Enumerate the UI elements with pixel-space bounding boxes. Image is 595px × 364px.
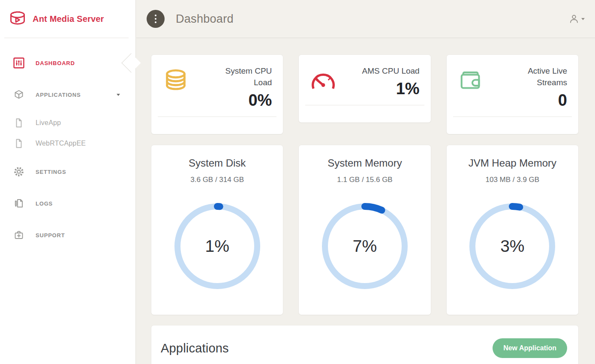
gauge-card-row: System Disk 3.6 GB / 314 GB 1% System Me… xyxy=(151,145,578,315)
new-application-button[interactable]: New Application xyxy=(493,338,567,358)
main-area: Dashboard xyxy=(136,0,595,364)
sidebar-item-dashboard[interactable]: DASHBOARD xyxy=(0,54,135,72)
sidebar-item-label: LOGS xyxy=(36,200,53,207)
user-menu-button[interactable] xyxy=(568,13,585,24)
sidebar-item-label: SUPPORT xyxy=(36,232,65,239)
box-icon xyxy=(13,89,25,101)
sidebar-item-label: APPLICATIONS xyxy=(36,92,81,98)
sidebar-item-label: DASHBOARD xyxy=(36,60,75,66)
stat-value: 1% xyxy=(362,78,420,99)
support-icon xyxy=(13,229,25,241)
file-icon xyxy=(13,117,25,129)
logs-icon xyxy=(13,197,25,209)
gauge-title: System Memory xyxy=(299,157,430,169)
sidebar-item-label: SETTINGS xyxy=(36,169,66,175)
gauge-card-system-memory: System Memory 1.1 GB / 15.6 GB 7% xyxy=(299,145,430,315)
database-icon xyxy=(162,68,189,94)
sidebar-nav: DASHBOARD APPLICATIONS xyxy=(0,38,135,244)
dashboard-content: System CPU Load 0% xyxy=(136,38,595,364)
sidebar-item-liveapp[interactable]: LiveApp xyxy=(0,114,135,131)
gauge-percent: 7% xyxy=(320,201,410,291)
stat-card-active-live-streams: Active Live Streams 0 xyxy=(447,55,578,134)
stat-card-ams-cpu-load: AMS CPU Load 1% xyxy=(299,55,430,122)
menu-kebab-button[interactable] xyxy=(147,10,165,28)
gauge-subtitle: 3.6 GB / 314 GB xyxy=(151,176,283,184)
sliders-icon xyxy=(13,57,25,69)
stat-label: Active Live Streams xyxy=(503,65,567,88)
sidebar: Ant Media Server DASHBOARD xyxy=(0,0,136,364)
sidebar-item-label: LiveApp xyxy=(36,119,61,127)
sidebar-item-support[interactable]: SUPPORT xyxy=(0,227,135,244)
ant-media-logo-icon xyxy=(8,9,27,29)
speedometer-icon xyxy=(310,68,337,94)
file-icon xyxy=(13,137,25,149)
stat-label: AMS CPU Load xyxy=(362,65,420,77)
kebab-dot xyxy=(155,15,157,17)
gauge-title: System Disk xyxy=(151,157,283,169)
applications-title: Applications xyxy=(161,341,229,355)
sidebar-item-applications[interactable]: APPLICATIONS xyxy=(0,86,135,103)
system-disk-gauge: 1% xyxy=(172,201,262,291)
kebab-dot xyxy=(155,18,157,20)
sidebar-item-webrtcappee[interactable]: WebRTCAppEE xyxy=(0,135,135,152)
user-icon xyxy=(568,13,580,24)
gauge-title: JVM Heap Memory xyxy=(447,157,578,169)
page-title: Dashboard xyxy=(176,12,234,26)
gauge-card-jvm-heap-memory: JVM Heap Memory 103 MB / 3.9 GB 3% xyxy=(447,145,578,315)
gauge-card-system-disk: System Disk 3.6 GB / 314 GB 1% xyxy=(151,145,283,315)
sidebar-item-logs[interactable]: LOGS xyxy=(0,195,135,212)
system-memory-gauge: 7% xyxy=(320,201,410,291)
applications-panel: Applications New Application xyxy=(151,325,578,364)
gauge-percent: 1% xyxy=(172,201,262,291)
kebab-dot xyxy=(155,21,157,24)
wallet-icon xyxy=(458,68,484,94)
stat-value: 0% xyxy=(207,90,272,111)
gauge-subtitle: 103 MB / 3.9 GB xyxy=(447,176,578,184)
gear-icon xyxy=(13,166,25,178)
brand-name: Ant Media Server xyxy=(33,14,104,24)
gauge-subtitle: 1.1 GB / 15.6 GB xyxy=(299,176,430,184)
topbar: Dashboard xyxy=(136,0,595,38)
stat-value: 0 xyxy=(503,90,567,111)
brand[interactable]: Ant Media Server xyxy=(0,0,135,38)
sidebar-item-settings[interactable]: SETTINGS xyxy=(0,163,135,180)
stat-card-row: System CPU Load 0% xyxy=(151,55,578,134)
sidebar-item-label: WebRTCAppEE xyxy=(36,140,86,147)
chevron-down-icon xyxy=(581,18,585,20)
app-root: Ant Media Server DASHBOARD xyxy=(0,0,595,364)
stat-card-system-cpu-load: System CPU Load 0% xyxy=(151,55,283,134)
jvm-heap-memory-gauge: 3% xyxy=(467,201,557,291)
chevron-down-icon xyxy=(117,94,120,96)
gauge-percent: 3% xyxy=(467,201,557,291)
stat-label: System CPU Load xyxy=(207,65,272,88)
